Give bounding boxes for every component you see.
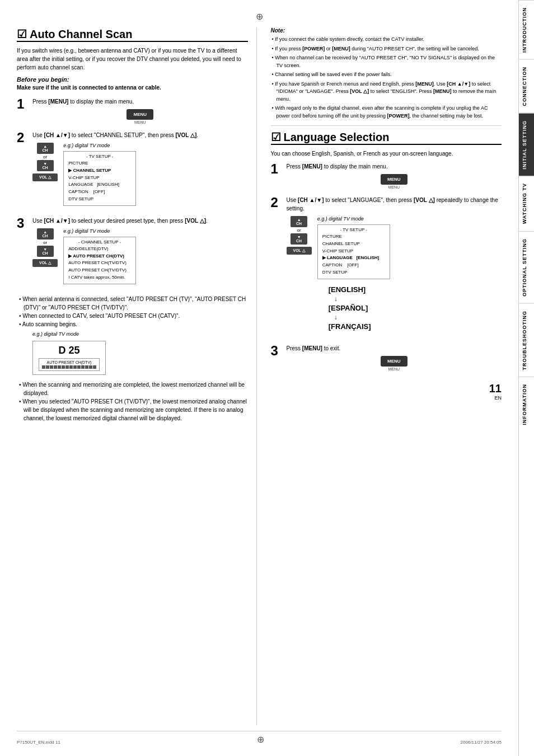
step-2-tv-screen: - TV SETUP - PICTURE CHANNEL SETUP V-CHI… (63, 151, 136, 206)
lang-tv-screen: - TV SETUP - PICTURE CHANNEL SETUP V-CHI… (317, 224, 390, 279)
lang-step-3: 3 Press [MENU] to exit. MENU MENU (271, 344, 502, 371)
lang-arrow-2: ↓ (334, 313, 338, 321)
ch-up-btn: ▲CH (37, 143, 54, 154)
step-3-screen: e.g.) digital TV mode - CHANNEL SETUP - … (63, 228, 136, 286)
lang-step-3-remote: MENU MENU (287, 356, 502, 371)
step3-ch-up: ▲CH (37, 228, 54, 240)
step3-vol: VOL △ (32, 259, 58, 267)
page-number: 11 (489, 382, 502, 395)
tv-item-channel-setup: CHANNEL SETUP (68, 167, 131, 175)
note-title: Note: (271, 27, 502, 34)
lang-step-2-diagram: ▲CH or ▼CH VOL △ e.g.) digital TV mode (287, 216, 502, 335)
lang-step-1-content: Press [MENU] to display the main menu. M… (287, 162, 502, 189)
lang-title-text: Language Selection (284, 131, 390, 144)
lang-step-2-content: Use [CH ▲/▼] to select "LANGUAGE", then … (287, 196, 502, 337)
auto-bullets-2: When the scanning and memorizing are com… (17, 381, 248, 422)
tv-item-dtv: DTV SETUP (68, 196, 131, 203)
before-begin-text: Make sure if the unit is connected to an… (17, 84, 248, 91)
sidebar-tab-optional-setting[interactable]: OPTIONAL SETTING (519, 231, 534, 303)
ps3 (50, 365, 53, 369)
step-2-remote: ▲CH or ▼CH VOL △ (32, 143, 58, 181)
tv-item-catv-note: ! CATV takes approx. 50min. (68, 274, 131, 281)
lang-tv-title: - TV SETUP - (322, 227, 385, 232)
ch-down-btn: ▼CH (37, 160, 54, 171)
lang-step-1-text: Press [MENU] to display the main menu. (287, 162, 502, 171)
lang-tv-picture: PICTURE (322, 233, 385, 241)
ps8 (69, 365, 73, 369)
step-2-text: Use [CH ▲/▼] to select "CHANNEL SETUP", … (32, 131, 248, 139)
lang-menu-btn-3: MENU (381, 356, 407, 367)
step-1-number: 1 (17, 97, 28, 111)
ps12 (85, 365, 88, 369)
channel-progress: AUTO PRESET CH(DTV) (39, 358, 100, 371)
note-list: If you connect the cable system directly… (271, 36, 502, 120)
main-content: ⊕ ☑ Auto Channel Scan If you switch wire… (0, 0, 518, 756)
channel-number: D 25 (39, 345, 100, 356)
step-3-content: Use [CH ▲/▼] to select your desired pres… (32, 217, 248, 288)
file-info: P7150UT_EN.indd 11 (17, 740, 60, 745)
sidebar-tab-initial-setting[interactable]: INITIAL SETTING (519, 113, 534, 176)
progress-bar (42, 365, 96, 369)
lang-tv-language: LANGUAGE [ENGLISH] (322, 255, 385, 262)
step-3-text: Use [CH ▲/▼] to select your desired pres… (32, 217, 248, 225)
lang-step-1-remote: MENU MENU (287, 174, 502, 189)
lang-step-3-number: 3 (271, 344, 282, 358)
step-1-remote: MENU MENU (32, 109, 248, 124)
menu-button-1: MENU (127, 109, 153, 120)
bullet-1: When aerial antenna is connected, select… (17, 295, 248, 312)
vol-btn: VOL △ (32, 173, 58, 181)
tv-item-auto-tvdtv1: AUTO PRESET CH(TV/DTV) (68, 260, 131, 267)
sidebar-tab-watching-tv[interactable]: WATCHING TV (519, 176, 534, 231)
step3-or: or (43, 240, 47, 245)
lang-menu-btn-1-label: MENU (388, 185, 400, 189)
lang-step-1-number: 1 (271, 162, 282, 176)
ps14 (93, 365, 96, 369)
channel-eg: e.g.) digital TV mode (32, 331, 248, 337)
or-label: or (43, 154, 47, 159)
note-5: If you have Spanish or French menus and … (271, 81, 502, 104)
lang-tv-caption: CAPTION [OFF] (322, 262, 385, 269)
note-3: When no channel can be received by "AUTO… (271, 54, 502, 69)
step-2-number: 2 (17, 131, 28, 144)
before-begin-label: Before you begin: (17, 76, 248, 83)
step-3-remote: ▲CH or ▼CH VOL △ (32, 228, 58, 267)
lang-checkbox: ☑ (271, 130, 281, 144)
lang-tv-channel: CHANNEL SETUP (322, 241, 385, 248)
ps2 (46, 365, 49, 369)
step-3-eg: e.g.) digital TV mode (63, 228, 136, 234)
tv-item-language: LANGUAGE [ENGLISH] (68, 181, 131, 189)
step-3-number: 3 (17, 217, 28, 230)
sidebar-tab-troubleshooting[interactable]: TROUBLESHOOTING (519, 303, 534, 377)
lang-vol: VOL △ (287, 247, 312, 255)
lang-intro: You can choose English, Spanish, or Fren… (271, 149, 502, 158)
lang-english: [ENGLISH] (329, 285, 366, 294)
lang-step-3-content: Press [MENU] to exit. MENU MENU (287, 344, 502, 371)
sidebar-tab-connection[interactable]: CONNECTION (519, 59, 534, 113)
step-1-content: Press [MENU] to display the main menu. M… (32, 97, 248, 124)
lang-step-2-eg: e.g.) digital TV mode (317, 216, 390, 222)
channel-display-section: e.g.) digital TV mode D 25 AUTO PRESET C… (32, 331, 248, 378)
progress-label: AUTO PRESET CH(DTV) (42, 360, 96, 364)
tv-screen-title-3: - CHANNEL SETUP - (68, 240, 131, 245)
bottom-crosshair: ⊕ (257, 734, 264, 745)
lang-menu-btn-3-label: MENU (388, 367, 400, 371)
note-2: If you press [POWER] or [MENU] during "A… (271, 45, 502, 53)
step-2-diagram: ▲CH or ▼CH VOL △ e.g.) digital TV mode (32, 143, 248, 208)
step-1-text: Press [MENU] to display the main menu. (32, 97, 248, 106)
ps11 (81, 365, 85, 369)
top-crosshair: ⊕ (17, 11, 502, 22)
lang-step-2-remote: ▲CH or ▼CH VOL △ (287, 216, 312, 255)
step-3-tv-screen: - CHANNEL SETUP - ADD/DELETE(DTV) AUTO P… (63, 237, 136, 284)
sidebar-tab-introduction[interactable]: INTRODUCTION (519, 0, 534, 59)
bullet-5: When you selected "AUTO PRESET CH (TV/DT… (17, 397, 248, 422)
auto-channel-title-text: Auto Channel Scan (30, 28, 132, 41)
right-column: Note: If you connect the cable system di… (268, 27, 502, 725)
sidebar-tab-information[interactable]: INFORMATION (519, 377, 534, 432)
ps1 (42, 365, 45, 369)
two-col-layout: ☑ Auto Channel Scan If you switch wires … (17, 27, 502, 725)
auto-step-2: 2 Use [CH ▲/▼] to select "CHANNEL SETUP"… (17, 131, 248, 210)
ps4 (54, 365, 57, 369)
lang-menu-btn-1: MENU (381, 174, 407, 185)
note-6: With regard only to the digital channel,… (271, 105, 502, 120)
file-date: 2006/11/27 20:54:05 (461, 740, 502, 745)
